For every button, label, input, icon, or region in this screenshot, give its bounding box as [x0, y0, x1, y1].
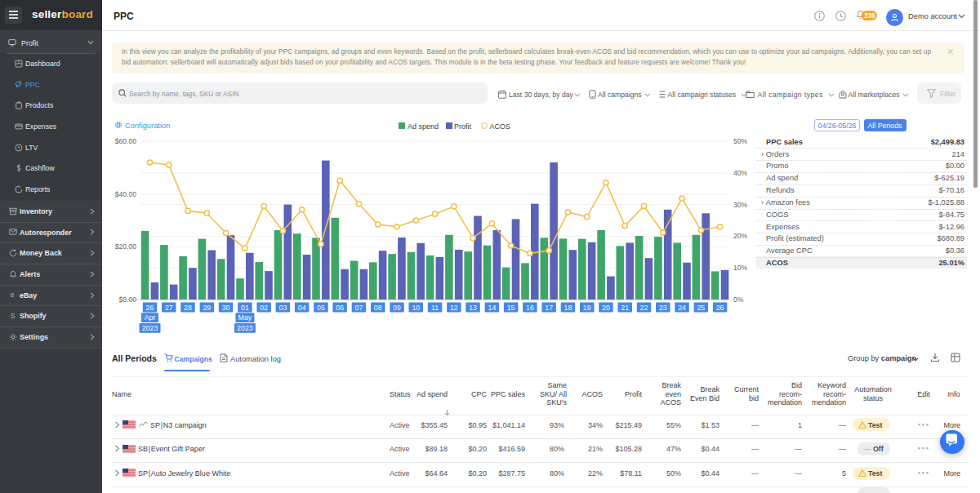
svg-text:0%: 0%	[733, 295, 744, 304]
svg-text:23: 23	[659, 304, 667, 312]
svg-text:May: May	[238, 313, 252, 322]
svg-text:50%: 50%	[733, 137, 748, 145]
svg-text:09: 09	[393, 304, 401, 312]
svg-text:10: 10	[412, 304, 420, 312]
svg-text:22: 22	[640, 304, 648, 312]
svg-text:11: 11	[431, 304, 439, 312]
svg-text:27: 27	[165, 304, 173, 312]
svg-text:04: 04	[298, 304, 306, 312]
svg-text:17: 17	[545, 304, 553, 312]
svg-text:40%: 40%	[733, 169, 748, 177]
svg-text:05: 05	[317, 304, 325, 312]
svg-text:29: 29	[203, 304, 211, 312]
svg-text:16: 16	[526, 304, 534, 312]
svg-text:19: 19	[583, 304, 591, 312]
svg-text:25: 25	[697, 304, 705, 312]
svg-text:01: 01	[241, 304, 249, 312]
svg-text:$0.00: $0.00	[118, 295, 136, 304]
svg-text:18: 18	[564, 304, 572, 312]
svg-text:30%: 30%	[733, 201, 748, 209]
svg-text:02: 02	[260, 304, 268, 312]
svg-text:26: 26	[146, 304, 154, 312]
svg-text:08: 08	[374, 304, 382, 312]
svg-text:07: 07	[355, 304, 363, 312]
svg-text:24: 24	[678, 304, 686, 312]
svg-text:2023: 2023	[237, 324, 253, 332]
svg-text:20: 20	[602, 304, 610, 312]
svg-text:14: 14	[488, 304, 497, 312]
svg-text:$20.00: $20.00	[115, 242, 137, 251]
svg-text:15: 15	[507, 304, 515, 312]
svg-text:e: e	[10, 291, 14, 299]
svg-text:20%: 20%	[733, 232, 748, 240]
svg-text:12: 12	[450, 304, 458, 312]
svg-text:$60.00: $60.00	[115, 137, 137, 145]
svg-text:$40.00: $40.00	[115, 190, 137, 198]
svg-text:S: S	[11, 312, 16, 320]
svg-text:Apr: Apr	[145, 313, 156, 322]
svg-text:06: 06	[336, 304, 344, 312]
svg-text:2023: 2023	[142, 324, 158, 332]
svg-text:30: 30	[222, 304, 230, 312]
svg-text:26: 26	[716, 304, 724, 312]
svg-text:13: 13	[469, 304, 477, 312]
svg-text:10%: 10%	[733, 264, 748, 272]
svg-text:21: 21	[621, 304, 629, 312]
svg-text:28: 28	[184, 304, 192, 312]
svg-text:03: 03	[279, 304, 287, 312]
